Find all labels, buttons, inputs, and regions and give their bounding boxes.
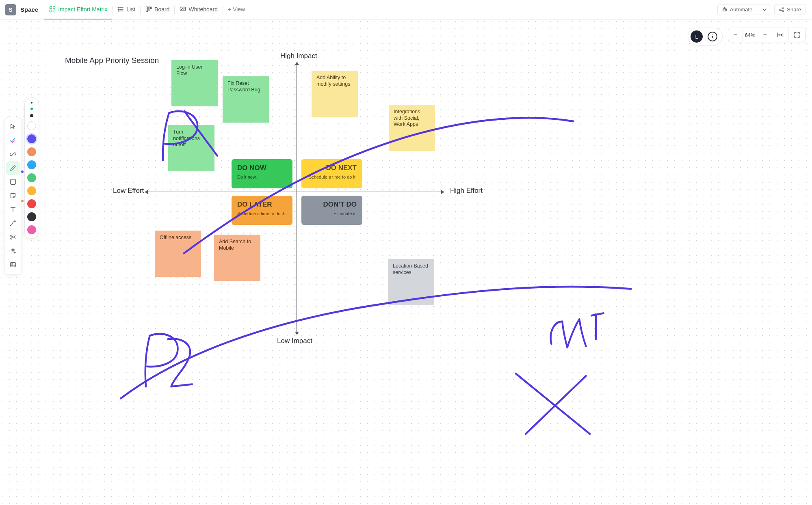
svg-point-7 — [118, 7, 119, 8]
space-name[interactable]: Space — [18, 6, 42, 13]
collaborators-pill: L i — [688, 28, 723, 45]
select-tool[interactable] — [6, 120, 20, 134]
svg-point-20 — [782, 7, 784, 9]
zoom-value[interactable]: 64% — [742, 29, 758, 41]
space-badge[interactable]: S — [5, 4, 16, 15]
quadrant-sub: Schedule a time to do it. — [237, 211, 287, 216]
share-button[interactable]: Share — [774, 4, 806, 15]
automate-label: Automate — [730, 6, 753, 13]
matrix-icon — [49, 6, 56, 13]
svg-rect-1 — [53, 6, 55, 9]
note-reset-pw[interactable]: Fix Reset Password Bug — [223, 76, 269, 123]
axis-vertical — [297, 63, 297, 333]
svg-line-27 — [12, 153, 14, 155]
svg-point-8 — [118, 9, 119, 10]
quadrant-heading: DO LATER — [237, 201, 287, 209]
color-charcoal[interactable] — [27, 212, 36, 221]
tab-list[interactable]: List — [113, 0, 140, 19]
quadrant-dont-do[interactable]: DON'T DO Eliminate it. — [301, 196, 362, 225]
ink-p2-p — [145, 334, 178, 386]
tab-whiteboard[interactable]: Whiteboard — [175, 0, 223, 19]
board-icon — [145, 6, 152, 13]
svg-rect-11 — [148, 7, 150, 10]
stroke-width-md[interactable] — [30, 114, 33, 117]
note-integrations[interactable]: Integrations with Social, Work Apps — [389, 105, 435, 151]
ink-x-2 — [526, 376, 586, 434]
tab-impact-effort-matrix[interactable]: Impact Effort Matrix — [44, 0, 112, 19]
zoom-out-button[interactable]: − — [728, 28, 742, 42]
svg-point-29 — [10, 225, 11, 226]
note-location[interactable]: Location-Based services — [388, 259, 434, 305]
axis-label-bottom: Low Impact — [277, 337, 312, 345]
link-tool[interactable] — [6, 147, 20, 161]
stroke-width-xs[interactable] — [31, 102, 32, 104]
top-bar-right: Automate Share — [717, 4, 806, 15]
note-login[interactable]: Log-in User Flow — [171, 60, 218, 106]
note-offline[interactable]: Offline access — [155, 231, 201, 277]
color-orange[interactable] — [27, 147, 36, 156]
connector-tool[interactable] — [6, 216, 20, 230]
chevron-down-icon — [762, 8, 767, 12]
quadrant-heading: DO NEXT — [307, 164, 357, 172]
color-green[interactable] — [27, 173, 36, 182]
pen-tool[interactable] — [6, 161, 20, 175]
svg-line-22 — [781, 9, 782, 9]
ink-x-1 — [516, 373, 590, 434]
stroke-width-sm[interactable] — [30, 108, 33, 110]
image-tool[interactable] — [6, 258, 20, 272]
axis-label-right: High Effort — [450, 187, 483, 195]
note-settings[interactable]: Add Ability to modify settings — [312, 71, 358, 117]
color-amber[interactable] — [27, 186, 36, 195]
svg-point-31 — [11, 238, 12, 240]
zoom-controls: − 64% + — [728, 28, 806, 42]
automate-dropdown[interactable] — [759, 6, 770, 14]
color-pink[interactable] — [27, 225, 36, 234]
sticky-tool[interactable] — [6, 189, 20, 203]
whiteboard-toolbar — [4, 117, 22, 274]
quadrant-do-next[interactable]: DO NEXT Schedule a time to do it. — [301, 159, 362, 188]
note-search[interactable]: Add Search to Mobile — [214, 235, 260, 281]
svg-rect-28 — [11, 179, 16, 185]
axis-horizontal — [146, 192, 443, 192]
color-purple[interactable] — [27, 134, 36, 143]
scissors-tool[interactable] — [6, 230, 20, 244]
whiteboard-icon — [180, 6, 186, 13]
fullscreen-button[interactable] — [788, 28, 805, 41]
quadrant-sub: Do it now. — [237, 175, 287, 179]
color-white[interactable] — [27, 121, 36, 130]
quadrant-do-now[interactable]: DO NOW Do it now. — [232, 159, 292, 188]
text-tool[interactable] — [6, 203, 20, 216]
color-red[interactable] — [27, 199, 36, 208]
axis-label-left: Low Effort — [113, 187, 144, 195]
color-blue[interactable] — [27, 160, 36, 169]
quadrant-heading: DO NOW — [237, 164, 287, 172]
quadrant-do-later[interactable]: DO LATER Schedule a time to do it. — [232, 196, 292, 225]
avatar[interactable]: L — [691, 30, 703, 43]
ai-tool[interactable] — [6, 244, 20, 258]
quadrant-sub: Schedule a time to do it. — [307, 175, 357, 179]
top-bar-left: S Space Impact Effort Matrix List — [5, 0, 250, 19]
task-tool[interactable] — [6, 134, 20, 147]
tab-label: Impact Effort Matrix — [58, 6, 107, 13]
zoom-in-button[interactable]: + — [758, 28, 772, 42]
arrow-down-icon — [295, 332, 299, 335]
tab-label: List — [126, 6, 135, 13]
tab-label: Whiteboard — [188, 6, 218, 13]
tab-label: + View — [228, 6, 245, 13]
quadrant-heading: DON'T DO — [307, 201, 357, 209]
arrow-right-icon — [441, 190, 444, 194]
svg-rect-3 — [53, 10, 55, 12]
automate-button[interactable]: Automate — [717, 4, 771, 15]
svg-point-21 — [782, 10, 784, 12]
list-icon — [117, 6, 124, 13]
canvas[interactable]: L i − 64% + — [0, 19, 812, 505]
top-bar: S Space Impact Effort Matrix List — [0, 0, 812, 19]
info-icon[interactable]: i — [708, 32, 717, 41]
note-notifications[interactable]: Turn notifications on/off — [168, 125, 214, 171]
shape-tool[interactable] — [6, 175, 20, 189]
quadrant-sub: Eliminate it. — [307, 211, 357, 216]
svg-rect-0 — [50, 6, 52, 9]
tab-add-view[interactable]: + View — [223, 0, 250, 19]
fit-width-button[interactable] — [772, 28, 788, 41]
tab-board[interactable]: Board — [141, 0, 174, 19]
